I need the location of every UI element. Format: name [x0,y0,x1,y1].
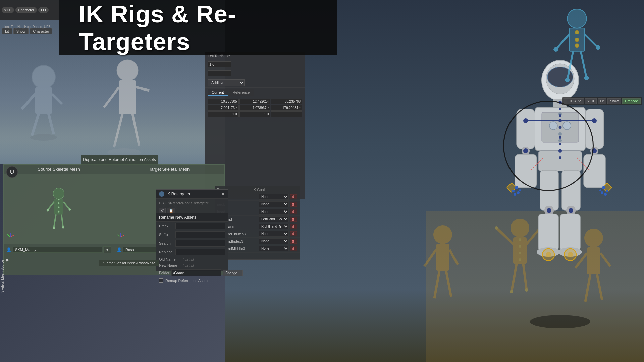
svg-point-23 [584,76,589,80]
duplicate-retarget-banner: Duplicate and Retarget Animation Assets [81,155,158,165]
remap-row[interactable]: Remap Referenced Assets [156,277,228,284]
coord-x3[interactable]: 1.0 [208,111,239,117]
ik-goal-select-1[interactable]: None [259,201,289,207]
ik-goal-select-5[interactable]: None [259,231,289,237]
svg-point-73 [569,208,573,213]
viewport-btn-row[interactable]: Lit Show Character [0,27,54,36]
ik-asset-name: GB1FixRotZeroRootIKRetargeter [159,201,208,205]
tab-reference[interactable]: Reference [229,89,254,96]
coord-y2[interactable]: 1.078967 * [239,105,271,111]
bone-delete-1[interactable]: 🗑 [290,202,297,207]
bone-delete-5[interactable]: 🗑 [290,231,297,236]
bone-delete-7[interactable]: 🗑 [290,246,297,251]
svg-point-80 [512,190,515,192]
svg-line-10 [104,87,119,107]
source-browse-btn[interactable]: ▼ [103,246,111,253]
svg-point-87 [604,193,607,196]
ik-retargeter-close-btn[interactable]: ✕ [221,191,225,197]
lit-btn[interactable]: Lit [2,28,12,34]
rename-panel-header: Rename New Assets [156,213,228,222]
lo-btn[interactable]: LO [38,7,49,13]
svg-point-1 [32,65,55,89]
bone-delete-6[interactable]: 🗑 [290,239,297,244]
coord-z1[interactable]: 68.235768 [271,99,302,104]
lod-auto-btn[interactable]: LOD Auto [564,98,584,104]
replace-input[interactable] [175,249,225,255]
coord-y3[interactable]: 1.0 [239,111,271,117]
replace-row[interactable]: Replace [156,248,228,256]
ik-goal-select-6[interactable]: None [259,238,289,244]
new-name-row: New Name ###### [156,262,228,268]
coord-y1[interactable]: 12.492014 [239,99,271,104]
source-mesh-title: Source Skeletal Mesh [4,165,114,174]
svg-point-84 [602,186,605,189]
suffix-row[interactable]: Suffix [156,230,228,239]
coord-x1[interactable]: 10.705305 [208,99,239,104]
prefix-row[interactable]: Prefix [156,222,228,230]
svg-line-16 [556,34,569,49]
coord-z2[interactable]: -179.20481 * [271,105,302,111]
ik-goal-select-0[interactable]: None [259,194,289,200]
svg-point-130 [69,208,71,211]
bone-delete-0[interactable]: 🗑 [290,194,297,199]
character-btn[interactable]: Character [15,7,37,13]
ik-goal-select-4[interactable]: RightHand_GoalNone [259,224,289,229]
svg-line-6 [49,114,54,134]
svg-point-86 [601,191,603,194]
tab-current[interactable]: Current [208,89,228,96]
remap-checkbox[interactable] [159,278,163,283]
anim-value1-input[interactable] [208,61,231,67]
editor-toolbar-topleft[interactable]: x1.0 Character LO [0,0,59,20]
mesh-panel-header: Source Skeletal Mesh Target Skeletal Mes… [4,165,224,174]
target-icon: 👤 [117,247,122,252]
folder-input[interactable] [171,269,221,276]
source-mesh-name-input[interactable] [13,247,102,253]
page-title: IK Rigs & Re-Targeters [79,0,337,55]
anim-val1-row: document.currentScript.previousElementSi… [205,60,305,69]
ik-retargeter-icon [159,191,164,197]
search-input[interactable] [175,240,225,247]
ik-icon-btn-2[interactable]: 📋 [167,208,175,213]
suffix-input[interactable] [175,231,225,238]
ik-goal-select-7[interactable]: None [259,246,289,251]
svg-line-122 [63,202,70,209]
svg-line-3 [22,94,35,109]
source-mesh-controls[interactable]: 👤 ▼ [4,244,114,255]
svg-rect-54 [560,214,580,251]
ik-goal-select-2[interactable]: None [259,209,289,215]
ik-icon-btn-1[interactable]: ↺ [159,208,166,213]
suffix-label: Suffix [159,233,173,237]
blend-mode-select[interactable]: Additive Override [208,79,245,86]
bone-delete-3[interactable]: 🗑 [290,217,297,222]
right-viewport-toolbar[interactable]: LOD Auto x1.0 Lit Show Grenade [562,97,642,105]
bone-delete-2[interactable]: 🗑 [290,209,297,214]
svg-point-88 [599,189,601,191]
new-name-value: ###### [183,264,194,267]
folder-row[interactable]: Folder Change... [156,268,228,277]
svg-line-121 [48,202,54,210]
svg-point-85 [606,190,608,192]
change-folder-btn[interactable]: Change... [223,270,242,276]
svg-line-134 [7,235,10,237]
scale-btn-right[interactable]: x1.0 [585,98,597,104]
grenade-btn[interactable]: Grenade [622,98,641,104]
show-btn[interactable]: Show [13,28,29,34]
anim-blend-row[interactable]: Additive Override [205,78,305,88]
search-row[interactable]: Search [156,239,228,248]
ik-goal-select-3[interactable]: LeftHand_GoalNone [259,216,289,222]
show-btn-right[interactable]: Show [607,98,621,104]
character-viewport-btn[interactable]: Character [30,28,52,34]
svg-point-81 [517,191,520,194]
svg-point-26 [575,44,579,47]
bone-delete-4[interactable]: 🗑 [290,224,297,229]
svg-line-12 [114,114,122,147]
svg-line-17 [585,34,598,47]
svg-point-128 [58,211,60,213]
svg-point-129 [47,209,49,212]
anim-value2-input[interactable] [208,70,231,76]
lit-btn-right[interactable]: Lit [598,98,607,104]
prefix-input[interactable] [175,223,225,229]
anim-tabs[interactable]: Current Reference [205,88,305,97]
coord-x2[interactable]: 7.004173 * [208,105,239,111]
svg-rect-9 [119,80,136,114]
